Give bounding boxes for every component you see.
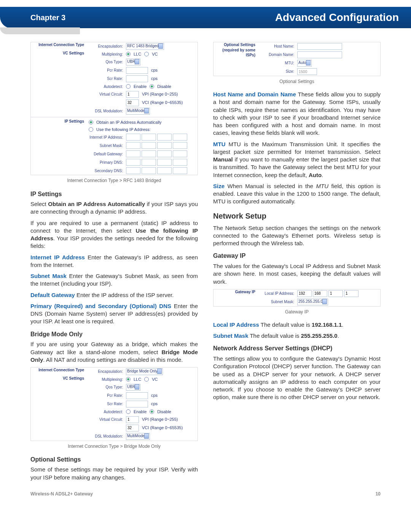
heading-gateway-ip: Gateway IP (213, 252, 381, 260)
term-subnet-mask-2: Subnet Mask The default value is 255.255… (213, 332, 381, 340)
caption-rfc1483: Internet Connection Type > RFC 1483 Brid… (30, 177, 198, 184)
subnet-select[interactable]: 255.255.255.0 (297, 299, 328, 305)
figure-bridge-mode: Internet Connection Type Encapsulation: … (30, 367, 198, 441)
caption-bridge: Internet Connection Type > Bridge Mode O… (30, 443, 198, 449)
term-internet-ip: Internet IP Address Enter the Gateway's … (30, 254, 198, 269)
right-column: Optional Settings (required by some ISPs… (213, 42, 381, 485)
figure-gateway-ip: Gateway IP Local IP Address: Subnet Mask… (213, 289, 381, 307)
ip-p1: Select Obtain an IP Address Automaticall… (30, 200, 198, 216)
host-name-input[interactable] (297, 43, 342, 50)
qos-select[interactable]: UBR (126, 59, 140, 66)
figure-rfc1483: Internet Connection Type Encapsulation: … (30, 42, 198, 175)
usefollow-radio[interactable] (89, 127, 93, 132)
encap-select[interactable]: RFC 1483 Bridged (126, 43, 164, 50)
heading-ip-settings: IP Settings (30, 190, 198, 198)
heading-dhcp: Network Address Server Settings (DHCP) (213, 344, 381, 353)
domain-name-input[interactable] (297, 51, 342, 58)
heading-network-setup: Network Setup (213, 211, 381, 221)
mux-vc-radio[interactable] (144, 52, 149, 56)
ip-p2: If you are required to use a permanent (… (30, 219, 198, 250)
size-input[interactable] (297, 68, 317, 75)
caption-optional: Optional Settings (213, 78, 381, 85)
mtu-select[interactable]: Auto (297, 60, 312, 67)
bridge-p1: If you are using your Gateway as a bridg… (30, 340, 198, 364)
page-title: Advanced Configuration (275, 10, 399, 25)
heading-optional-settings: Optional Settings (30, 455, 198, 464)
left-column: Internet Connection Type Encapsulation: … (30, 42, 198, 485)
pcr-input[interactable] (126, 67, 148, 74)
term-host-domain: Host Name and Domain Name These fields a… (213, 91, 381, 137)
term-dns: Primary (Required) and Secondary (Option… (30, 302, 198, 326)
figure-optional-settings: Optional Settings (required by some ISPs… (213, 42, 381, 76)
footer-product: Wireless-N ADSL2+ Gateway (30, 491, 93, 497)
page-header: Chapter 3 Advanced Configuration (0, 7, 411, 28)
term-size: Size When Manual is selected in the MTU … (213, 182, 381, 206)
obtain-radio[interactable] (89, 120, 93, 125)
lip-c[interactable] (328, 290, 343, 297)
footer: Wireless-N ADSL2+ Gateway 10 (0, 489, 411, 503)
vci-input[interactable] (126, 99, 139, 106)
auto-disable-radio[interactable] (150, 84, 154, 89)
vpi-input[interactable] (126, 91, 139, 98)
network-p: The Network Setup section changes the se… (213, 224, 381, 248)
chapter-label: Chapter 3 (30, 13, 65, 23)
gateway-ip-p: The values for the Gateway's Local IP Ad… (213, 262, 381, 286)
lip-d[interactable] (344, 290, 358, 297)
dhcp-p: The settings allow you to configure the … (213, 355, 381, 401)
caption-gateway-ip: Gateway IP (213, 309, 381, 315)
lip-a[interactable] (297, 290, 312, 297)
dsl-select[interactable]: MultiMode (126, 108, 150, 115)
page-number: 10 (376, 491, 381, 497)
optional-p: Some of these settings may be required b… (30, 466, 198, 481)
term-subnet-mask: Subnet Mask Enter the Gateway's Subnet M… (30, 272, 198, 288)
encap-select-2[interactable]: Bridge Mode Only (126, 368, 163, 375)
mux-llc-radio[interactable] (126, 52, 131, 56)
lip-b[interactable] (313, 290, 327, 297)
term-mtu: MTU MTU is the Maximum Transmission Unit… (213, 141, 381, 179)
term-default-gateway: Default Gateway Enter the IP address of … (30, 291, 198, 299)
term-local-ip: Local IP Address The default value is 19… (213, 321, 381, 329)
heading-bridge-mode: Bridge Mode Only (30, 330, 198, 339)
auto-enable-radio[interactable] (126, 84, 131, 89)
scr-input[interactable] (126, 75, 148, 82)
header-tab-decoration (0, 27, 80, 34)
